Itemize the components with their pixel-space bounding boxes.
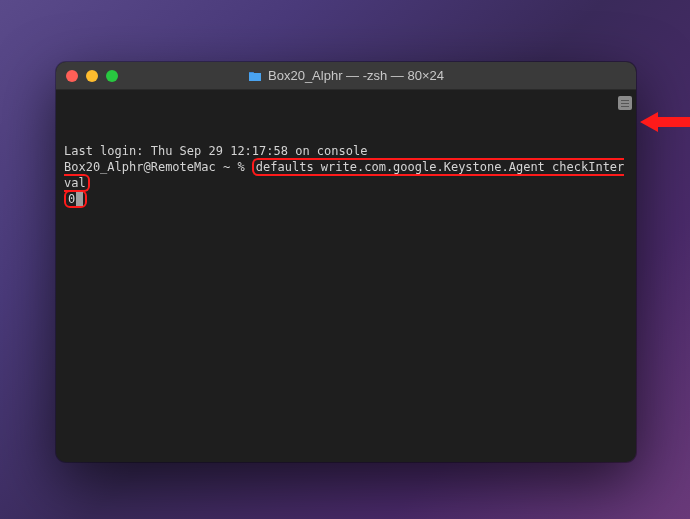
folder-icon bbox=[248, 70, 262, 82]
title-bar[interactable]: Box20_Alphr — -zsh — 80×24 bbox=[56, 62, 636, 90]
last-login-line: Last login: Thu Sep 29 12:17:58 on conso… bbox=[64, 143, 628, 159]
svg-marker-0 bbox=[640, 112, 690, 132]
maximize-button[interactable] bbox=[106, 70, 118, 82]
arrow-annotation bbox=[640, 110, 690, 134]
terminal-body[interactable]: Last login: Thu Sep 29 12:17:58 on conso… bbox=[56, 90, 636, 462]
prompt: Box20_Alphr@RemoteMac ~ % bbox=[64, 160, 252, 174]
close-button[interactable] bbox=[66, 70, 78, 82]
window-title-text: Box20_Alphr — -zsh — 80×24 bbox=[268, 68, 444, 83]
scroll-indicator-icon[interactable] bbox=[618, 96, 632, 110]
command-highlight-2: 0 bbox=[64, 190, 87, 208]
minimize-button[interactable] bbox=[86, 70, 98, 82]
window-title: Box20_Alphr — -zsh — 80×24 bbox=[248, 68, 444, 83]
terminal-window[interactable]: Box20_Alphr — -zsh — 80×24 Last login: T… bbox=[56, 62, 636, 462]
command-text-2: 0 bbox=[68, 192, 75, 206]
terminal-cursor bbox=[76, 192, 83, 206]
traffic-lights bbox=[66, 70, 118, 82]
